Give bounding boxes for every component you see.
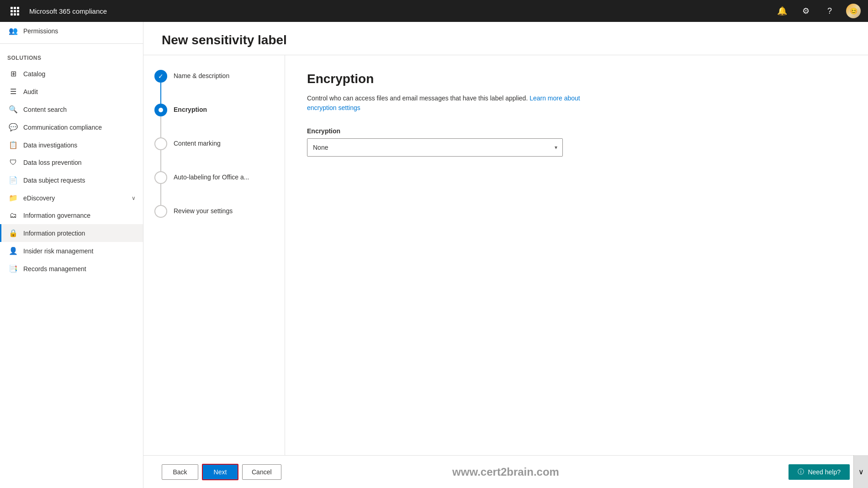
sidebar-item-label: Audit: [23, 88, 38, 95]
sidebar-item-data-subject-requests[interactable]: 📄 Data subject requests: [0, 171, 143, 189]
sidebar-item-information-governance[interactable]: 🗂 Information governance: [0, 207, 143, 224]
chevron-down-icon: ∨: [132, 195, 136, 201]
permissions-icon: 👥: [9, 26, 18, 35]
form-description-text: Control who can access files and email m…: [307, 94, 528, 102]
step-label-encryption: Encryption: [174, 104, 207, 115]
form-description: Control who can access files and email m…: [307, 94, 581, 113]
step-label-review-settings: Review your settings: [174, 205, 233, 216]
sidebar-item-label: Communication compliance: [23, 124, 102, 131]
footer: Back Next Cancel www.cert2brain.com ⓘ Ne…: [143, 455, 868, 488]
step-circle-encryption: [154, 104, 167, 116]
content-search-icon: 🔍: [9, 105, 18, 114]
step-circle-review-settings: [154, 205, 167, 218]
watermark: www.cert2brain.com: [452, 466, 559, 478]
back-button[interactable]: Back: [162, 464, 198, 480]
need-help-label: Need help?: [808, 468, 841, 476]
sidebar-item-label: Permissions: [23, 27, 58, 35]
step-circle-name-description: ✓: [154, 70, 167, 83]
topbar-actions: 🔔 ⚙ ? 😊: [775, 4, 861, 18]
help-icon[interactable]: ?: [822, 4, 837, 18]
sidebar-item-content-search[interactable]: 🔍 Content search: [0, 100, 143, 118]
notification-icon[interactable]: 🔔: [775, 4, 789, 18]
sidebar-item-data-loss-prevention[interactable]: 🛡 Data loss prevention: [0, 154, 143, 171]
cancel-button[interactable]: Cancel: [242, 464, 281, 480]
sidebar-item-label: Data loss prevention: [23, 159, 82, 166]
information-protection-icon: 🔒: [9, 229, 18, 237]
sidebar-item-label: eDiscovery: [23, 194, 55, 202]
sidebar-divider: [0, 43, 143, 44]
sidebar-item-ediscovery[interactable]: 📁 eDiscovery ∨: [0, 189, 143, 207]
page-title: New sensitivity label: [162, 33, 850, 47]
chevron-down-icon: ∨: [858, 467, 864, 476]
sidebar-item-data-investigations[interactable]: 📋 Data investigations: [0, 136, 143, 154]
records-management-icon: 📑: [9, 264, 18, 273]
sidebar-item-permissions[interactable]: 👥 Permissions: [0, 22, 143, 40]
catalog-icon: ⊞: [9, 69, 18, 78]
solutions-section-label: Solutions: [0, 47, 143, 65]
settings-icon[interactable]: ⚙: [799, 4, 813, 18]
encryption-select[interactable]: None Apply Remove: [307, 138, 563, 157]
app-title: Microsoft 365 compliance: [29, 7, 775, 15]
insider-risk-management-icon: 👤: [9, 247, 18, 255]
sidebar: 👥 Permissions Solutions ⊞ Catalog ☰ Audi…: [0, 22, 143, 488]
help-circle-icon: ⓘ: [798, 468, 804, 476]
sidebar-item-communication-compliance[interactable]: 💬 Communication compliance: [0, 118, 143, 136]
data-subject-requests-icon: 📄: [9, 176, 18, 184]
content-area: ✓ Name & description Encryption: [143, 55, 868, 455]
need-help-button[interactable]: ⓘ Need help?: [789, 464, 850, 480]
step-label-content-marking: Content marking: [174, 137, 221, 148]
step-row-name-description: ✓ Name & description: [154, 70, 274, 104]
avatar[interactable]: 😊: [846, 4, 861, 18]
encryption-select-wrapper: None Apply Remove ▾: [307, 138, 563, 157]
step-circle-auto-labeling: [154, 171, 167, 184]
step-row-content-marking: Content marking: [154, 137, 274, 171]
layout: 👥 Permissions Solutions ⊞ Catalog ☰ Audi…: [0, 22, 868, 488]
waffle-menu-button[interactable]: [7, 4, 22, 18]
topbar: Microsoft 365 compliance 🔔 ⚙ ? 😊: [0, 0, 868, 22]
sidebar-item-label: Information governance: [23, 212, 90, 219]
sidebar-item-label: Information protection: [23, 230, 85, 237]
ediscovery-icon: 📁: [9, 194, 18, 202]
data-loss-prevention-icon: 🛡: [9, 158, 18, 167]
page-header: New sensitivity label: [143, 22, 868, 55]
sidebar-item-catalog[interactable]: ⊞ Catalog: [0, 65, 143, 83]
sidebar-item-label: Catalog: [23, 70, 45, 78]
sidebar-item-label: Data subject requests: [23, 177, 85, 184]
form-heading: Encryption: [307, 72, 846, 86]
sidebar-item-label: Records management: [23, 265, 86, 273]
sidebar-item-label: Insider risk management: [23, 247, 93, 255]
audit-icon: ☰: [9, 87, 18, 96]
waffle-icon: [11, 7, 19, 16]
sidebar-item-audit[interactable]: ☰ Audit: [0, 83, 143, 100]
communication-compliance-icon: 💬: [9, 123, 18, 131]
sidebar-item-label: Content search: [23, 106, 67, 113]
encryption-field-label: Encryption: [307, 127, 846, 135]
sidebar-item-information-protection[interactable]: 🔒 Information protection: [0, 224, 143, 242]
step-circle-content-marking: [154, 137, 167, 150]
next-button[interactable]: Next: [202, 464, 238, 480]
step-label-auto-labeling: Auto-labeling for Office a...: [174, 171, 249, 182]
scroll-down-button[interactable]: ∨: [853, 455, 868, 488]
sidebar-item-records-management[interactable]: 📑 Records management: [0, 260, 143, 278]
step-row-review-settings: Review your settings: [154, 205, 274, 231]
main-content: New sensitivity label ✓ Name & descripti…: [143, 22, 868, 488]
information-governance-icon: 🗂: [9, 211, 18, 220]
sidebar-item-insider-risk-management[interactable]: 👤 Insider risk management: [0, 242, 143, 260]
data-investigations-icon: 📋: [9, 141, 18, 149]
wizard-steps-panel: ✓ Name & description Encryption: [143, 55, 285, 455]
form-panel: Encryption Control who can access files …: [285, 55, 868, 455]
step-label-name-description: Name & description: [174, 70, 229, 81]
sidebar-item-label: Data investigations: [23, 142, 77, 149]
step-row-encryption: Encryption: [154, 104, 274, 137]
step-row-auto-labeling: Auto-labeling for Office a...: [154, 171, 274, 205]
